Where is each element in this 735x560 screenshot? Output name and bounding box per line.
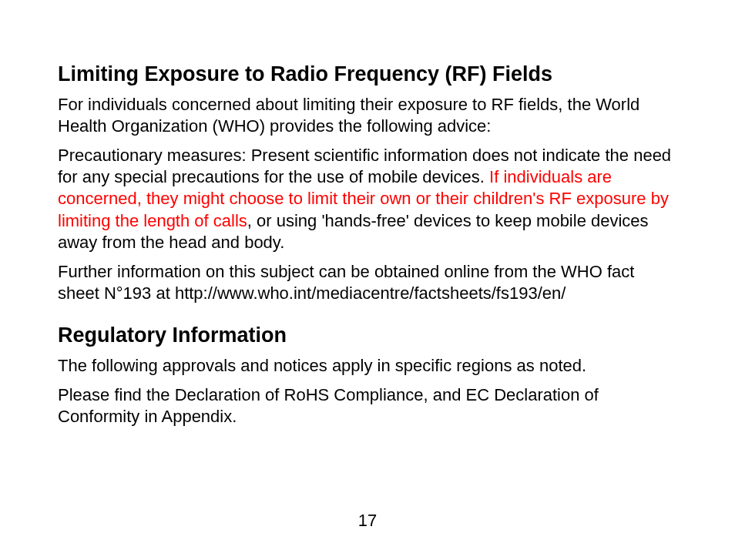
- paragraph: The following approvals and notices appl…: [58, 355, 677, 377]
- paragraph: For individuals concerned about limiting…: [58, 94, 677, 137]
- section-heading-rf: Limiting Exposure to Radio Frequency (RF…: [58, 62, 677, 88]
- document-page: Limiting Exposure to Radio Frequency (RF…: [0, 0, 735, 428]
- paragraph: Precautionary measures: Present scientif…: [58, 145, 677, 253]
- page-number: 17: [0, 511, 735, 531]
- section-heading-regulatory: Regulatory Information: [58, 323, 677, 349]
- paragraph: Please find the Declaration of RoHS Comp…: [58, 384, 677, 428]
- paragraph: Further information on this subject can …: [58, 261, 677, 304]
- spacer: [58, 312, 677, 323]
